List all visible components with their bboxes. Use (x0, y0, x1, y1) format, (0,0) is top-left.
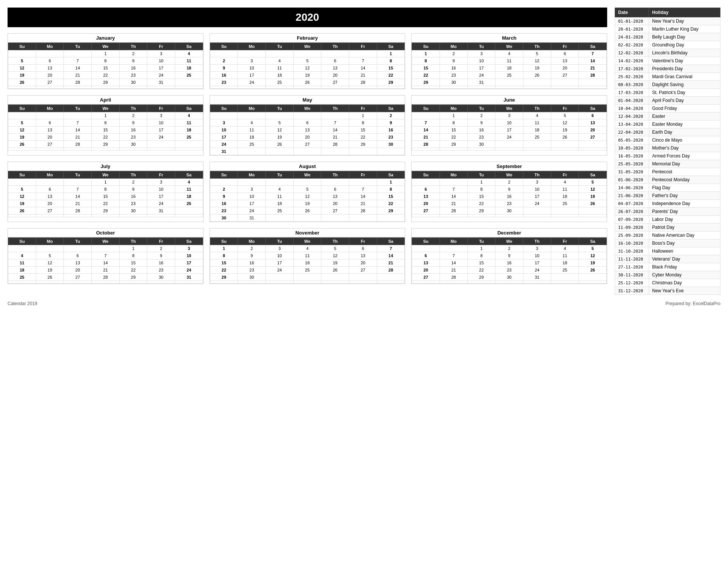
calendar-day: 28 (349, 207, 377, 214)
calendar-day: 13 (36, 193, 64, 200)
calendar-day: 22 (440, 134, 467, 141)
calendar-day: 5 (523, 50, 551, 57)
calendar-day (175, 214, 203, 217)
holiday-name: Belly Laugh Day (649, 33, 720, 41)
calendar-day (579, 207, 607, 214)
calendar-day: 16 (119, 127, 147, 134)
calendar-day: 12 (8, 65, 36, 72)
calendar-day: 29 (91, 79, 119, 86)
day-header: Mo (440, 171, 467, 179)
calendar-day: 4 (523, 112, 551, 119)
calendar-day (523, 214, 551, 217)
day-header: Mo (238, 171, 266, 179)
calendar-day: 29 (91, 141, 119, 148)
calendar-day: 29 (91, 207, 119, 214)
calendar-day: 8 (119, 252, 147, 259)
calendar-day: 18 (495, 65, 523, 72)
holiday-name: Earth Day (649, 128, 720, 136)
calendar-day: 8 (377, 57, 405, 65)
calendar-day (8, 179, 36, 186)
calendar-day: 3 (175, 245, 203, 252)
calendar-day: 22 (349, 134, 377, 141)
holiday-row: 20-01-2020Martin Luther King Day (615, 25, 720, 33)
day-header: Mo (440, 43, 467, 50)
calendar-day: 25 (175, 72, 203, 79)
calendar-day: 30 (210, 214, 238, 222)
calendar-day (523, 148, 551, 151)
day-header: Th (119, 238, 147, 245)
holiday-date: 25-12-2020 (615, 279, 649, 287)
holiday-row: 17-02-2020Presidents Day (615, 65, 720, 73)
holiday-row: 21-06-2020Father's Day (615, 192, 720, 200)
calendar-day: 31 (467, 79, 495, 86)
day-header: Su (412, 43, 440, 50)
month-title: December (412, 228, 607, 238)
holiday-date: 12-02-2020 (615, 49, 649, 57)
calendar-day: 10 (238, 65, 266, 72)
calendar-day: 23 (210, 207, 238, 214)
holiday-name: Mother's Day (649, 144, 720, 152)
calendar-day: 25 (175, 134, 203, 141)
month-calendar-table: SuMoTuWeThFrSa12345678910111213141516171… (8, 105, 203, 151)
calendar-day: 6 (293, 119, 321, 127)
month-block-may: MaySuMoTuWeThFrSa12345678910111213141516… (210, 95, 406, 156)
calendar-day (147, 86, 175, 89)
holiday-row: 12-02-2020Lincoln's Birthday (615, 49, 720, 57)
holiday-name: Valentine's Day (649, 57, 720, 65)
calendar-day: 13 (412, 193, 440, 200)
calendar-day: 5 (8, 119, 36, 127)
calendar-day: 5 (579, 245, 607, 252)
holiday-name: Easter (649, 113, 720, 120)
calendar-day (265, 274, 293, 281)
calendar-day: 23 (119, 134, 147, 141)
calendar-day: 22 (91, 200, 119, 207)
calendar-day (495, 86, 523, 89)
calendar-day: 7 (377, 245, 405, 252)
calendar-day: 1 (91, 179, 119, 186)
calendar-day: 4 (238, 119, 266, 127)
calendar-day: 7 (64, 57, 92, 65)
day-header: Tu (64, 171, 92, 179)
holiday-date: 07-09-2020 (615, 216, 649, 224)
calendar-day: 6 (579, 112, 607, 119)
holiday-date: 11-11-2020 (615, 255, 649, 263)
calendar-day: 15 (349, 127, 377, 134)
calendar-day: 29 (412, 79, 440, 86)
calendar-section: 2020 JanuarySuMoTuWeThFrSa12345678910111… (8, 8, 607, 295)
month-title: April (8, 96, 203, 105)
day-header: Fr (147, 43, 175, 50)
day-header: Sa (579, 105, 607, 112)
calendar-day: 9 (495, 186, 523, 193)
calendar-day: 5 (8, 57, 36, 65)
calendar-day: 14 (321, 127, 349, 134)
footer: Calendar 2019 Prepared by: ExcelDataPro (8, 301, 720, 306)
calendar-day: 27 (36, 207, 64, 214)
calendar-day: 18 (8, 267, 36, 274)
day-header: Sa (175, 43, 203, 50)
calendar-day: 4 (495, 50, 523, 57)
calendar-day: 22 (377, 200, 405, 207)
holiday-date: 25-09-2020 (615, 231, 649, 239)
month-calendar-table: SuMoTuWeThFrSa12345678910111213141516171… (412, 43, 607, 89)
holiday-name: Lincoln's Birthday (649, 49, 720, 57)
calendar-day: 31 (238, 214, 266, 222)
calendar-day: 12 (8, 193, 36, 200)
month-title: November (210, 228, 405, 238)
holiday-row: 12-04-2020Easter (615, 113, 720, 120)
calendar-day (440, 281, 467, 284)
calendar-day (147, 281, 175, 284)
calendar-day: 30 (377, 141, 405, 148)
calendar-day: 20 (36, 200, 64, 207)
calendar-day (91, 281, 119, 284)
day-header: We (293, 43, 321, 50)
month-block-june: JuneSuMoTuWeThFrSa1234567891011121314151… (411, 95, 607, 156)
calendar-day: 21 (91, 267, 119, 274)
calendar-day (321, 214, 349, 222)
calendar-day: 23 (467, 134, 495, 141)
calendar-day: 9 (238, 252, 266, 259)
calendar-day (523, 86, 551, 89)
calendar-day: 12 (579, 186, 607, 193)
month-calendar-table: SuMoTuWeThFrSa12345678910111213141516171… (8, 43, 203, 89)
calendar-day: 25 (293, 267, 321, 274)
calendar-day (8, 50, 36, 57)
